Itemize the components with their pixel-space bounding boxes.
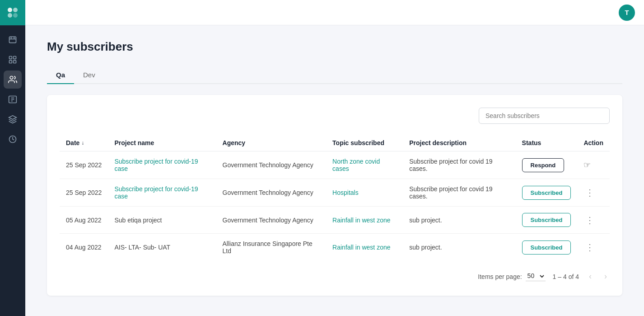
cell-topic: Rainfall in west zone	[326, 234, 403, 261]
tabs-container: Qa Dev	[47, 66, 622, 84]
respond-button[interactable]: Respond	[522, 158, 565, 172]
pagination-prev-button[interactable]: ‹	[586, 270, 594, 283]
subscribed-button[interactable]: Subscribed	[522, 241, 571, 255]
svg-point-3	[13, 13, 18, 18]
search-input[interactable]	[479, 108, 610, 124]
svg-rect-5	[9, 57, 12, 59]
col-header-project-name: Project name	[108, 135, 216, 151]
col-header-status: Status	[516, 135, 578, 151]
table-row: 04 Aug 2022 AIS- LTA- Sub- UAT Allianz I…	[60, 234, 610, 261]
col-header-agency: Agency	[216, 135, 327, 151]
cell-project: Sub etiqa project	[108, 207, 216, 234]
cell-status: Respond	[516, 151, 578, 179]
sort-icon[interactable]: ↓	[81, 140, 84, 146]
cell-date: 04 Aug 2022	[60, 234, 108, 261]
main-area: T My subscribers Qa Dev	[25, 0, 644, 316]
col-header-date: Date ↓	[60, 135, 108, 151]
cell-description: sub project.	[403, 234, 515, 261]
pagination-row: Items per page: 50 25 100 1 – 4 of 4 ‹ ›	[60, 270, 610, 283]
content-area: My subscribers Qa Dev Date	[25, 25, 644, 316]
topic-link[interactable]: Hospitals	[332, 189, 359, 196]
cell-date: 05 Aug 2022	[60, 207, 108, 234]
cell-agency: Government Technology Agency	[216, 207, 327, 234]
cursor-icon[interactable]: ☞	[583, 160, 591, 170]
topic-link[interactable]: North zone covid cases	[332, 158, 380, 172]
table-row: 05 Aug 2022 Sub etiqa project Government…	[60, 207, 610, 234]
tab-dev[interactable]: Dev	[74, 66, 104, 84]
cell-topic: Hospitals	[326, 179, 403, 207]
svg-rect-7	[9, 61, 12, 63]
cell-project: Subscribe project for covid-19 case	[108, 151, 216, 179]
user-avatar[interactable]: T	[619, 5, 635, 21]
tab-qa[interactable]: Qa	[47, 66, 74, 84]
subscribers-card: Date ↓ Project name Agency Topic subscri…	[47, 95, 622, 296]
topbar: T	[25, 0, 644, 25]
col-header-action: Action	[577, 135, 610, 151]
cell-topic: North zone covid cases	[326, 151, 403, 179]
cell-action: ⋮	[577, 179, 610, 207]
items-per-page-select[interactable]: 50 25 100	[526, 272, 546, 281]
cell-status: Subscribed	[516, 179, 578, 207]
cell-action: ☞	[577, 151, 610, 179]
search-wrapper	[479, 108, 610, 124]
project-name-link[interactable]: Subscribe project for covid-19 case	[114, 158, 198, 172]
cell-description: sub project.	[403, 207, 515, 234]
items-per-page-label: Items per page:	[478, 273, 522, 280]
project-name-text: AIS- LTA- Sub- UAT	[114, 244, 170, 251]
sidebar-item-contacts[interactable]	[4, 90, 22, 108]
pagination-info: 1 – 4 of 4	[553, 273, 579, 280]
more-options-button[interactable]: ⋮	[583, 242, 596, 253]
cell-description: Subscribe project for covid 19 cases.	[403, 179, 515, 207]
sidebar-logo[interactable]	[0, 0, 25, 25]
cell-date: 25 Sep 2022	[60, 179, 108, 207]
svg-rect-6	[14, 57, 16, 59]
subscribed-button[interactable]: Subscribed	[522, 213, 571, 227]
topic-link[interactable]: Rainfall in west zone	[332, 217, 390, 224]
cell-action: ⋮	[577, 207, 610, 234]
subscribed-button[interactable]: Subscribed	[522, 186, 571, 200]
project-name-link[interactable]: Subscribe project for covid-19 case	[114, 185, 198, 200]
cell-agency: Government Technology Agency	[216, 179, 327, 207]
cell-topic: Rainfall in west zone	[326, 207, 403, 234]
cell-agency: Government Technology Agency	[216, 151, 327, 179]
table-row: 25 Sep 2022 Subscribe project for covid-…	[60, 151, 610, 179]
subscribers-table: Date ↓ Project name Agency Topic subscri…	[60, 135, 610, 261]
sidebar-item-subscribers[interactable]	[4, 71, 22, 89]
svg-rect-8	[14, 61, 16, 63]
sidebar-item-layers[interactable]	[4, 110, 22, 128]
col-header-description: Project description	[403, 135, 515, 151]
cell-agency: Allianz Insurance Singapore Pte Ltd	[216, 234, 327, 261]
svg-point-2	[8, 13, 12, 18]
table-body: 25 Sep 2022 Subscribe project for covid-…	[60, 151, 610, 261]
col-header-topic: Topic subscribed	[326, 135, 403, 151]
cell-action: ⋮	[577, 234, 610, 261]
cell-date: 25 Sep 2022	[60, 151, 108, 179]
more-options-button[interactable]: ⋮	[583, 215, 596, 226]
search-row	[60, 108, 610, 124]
sidebar-item-inbox[interactable]	[4, 31, 22, 49]
sidebar-nav	[4, 25, 22, 316]
cell-status: Subscribed	[516, 207, 578, 234]
project-name-text: Sub etiqa project	[114, 217, 162, 224]
svg-point-0	[8, 8, 12, 12]
pagination-next-button[interactable]: ›	[602, 270, 610, 283]
svg-marker-11	[9, 116, 17, 119]
topic-link[interactable]: Rainfall in west zone	[332, 244, 390, 251]
items-per-page: Items per page: 50 25 100	[478, 272, 545, 281]
sidebar	[0, 0, 25, 316]
sidebar-item-history[interactable]	[4, 130, 22, 148]
cell-project: AIS- LTA- Sub- UAT	[108, 234, 216, 261]
cell-project: Subscribe project for covid-19 case	[108, 179, 216, 207]
table-header: Date ↓ Project name Agency Topic subscri…	[60, 135, 610, 151]
more-options-button[interactable]: ⋮	[583, 187, 596, 198]
svg-rect-4	[9, 37, 16, 42]
page-title: My subscribers	[47, 40, 622, 54]
cell-status: Subscribed	[516, 234, 578, 261]
table-row: 25 Sep 2022 Subscribe project for covid-…	[60, 179, 610, 207]
svg-point-9	[10, 76, 13, 80]
cell-description: Subscribe project for covid 19 cases.	[403, 151, 515, 179]
svg-point-1	[13, 8, 18, 12]
sidebar-item-dashboard[interactable]	[4, 51, 22, 69]
